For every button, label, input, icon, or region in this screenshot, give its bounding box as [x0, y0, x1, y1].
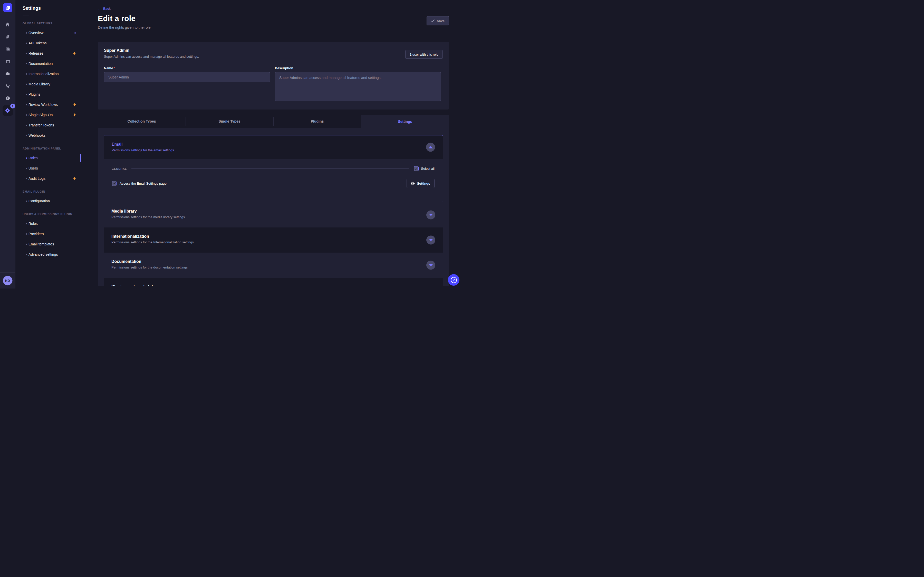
bullet-icon	[26, 254, 27, 255]
sidebar-item-plugins[interactable]: Plugins	[15, 89, 81, 100]
help-button[interactable]: ?	[448, 274, 459, 286]
accordion-subtitle: Permissions settings for the Internation…	[111, 240, 443, 244]
tab-collection-types[interactable]: Collection Types	[98, 114, 186, 128]
internationalization-accordion[interactable]: Internationalization Permissions setting…	[104, 227, 443, 253]
email-settings-button[interactable]: Settings	[407, 179, 435, 188]
accordion-title: Documentation	[111, 259, 443, 264]
general-section-label: GENERAL	[111, 167, 127, 170]
main-content: ← Back Edit a role Define the rights giv…	[81, 0, 462, 288]
user-avatar[interactable]: KD	[3, 276, 12, 285]
accordion-subtitle: Permissions settings for the documentati…	[111, 266, 443, 269]
sidebar-item-api-tokens[interactable]: API Tokens	[15, 38, 81, 48]
nav-content-type-builder-button[interactable]	[3, 56, 13, 66]
sidebar-item-webhooks[interactable]: Webhooks	[15, 130, 81, 140]
documentation-accordion[interactable]: Documentation Permissions settings for t…	[104, 253, 443, 278]
sidebar-item-roles[interactable]: Roles	[15, 153, 81, 163]
permission-checkbox[interactable]	[111, 181, 116, 186]
nav-info-button[interactable]	[3, 93, 13, 103]
expand-button[interactable]	[426, 236, 435, 245]
sidebar-item-label: Roles	[29, 222, 77, 226]
lightning-icon	[73, 103, 76, 107]
name-input[interactable]	[104, 72, 270, 82]
active-item-indicator	[80, 154, 81, 162]
chevron-down-icon	[429, 239, 433, 241]
sidebar-item-releases[interactable]: Releases	[15, 48, 81, 58]
sidebar-item-media-library[interactable]: Media Library	[15, 79, 81, 89]
settings-gear-icon	[5, 108, 10, 113]
select-all-checkbox[interactable]	[414, 166, 418, 171]
email-accordion-body: GENERAL Select all	[104, 159, 443, 202]
sidebar-item-configuration[interactable]: Configuration	[15, 196, 81, 206]
sidebar-item-up-roles[interactable]: Roles	[15, 219, 81, 229]
users-with-role-button[interactable]: 1 user with this role	[405, 50, 443, 59]
bullet-icon	[26, 73, 27, 75]
expand-button[interactable]	[426, 211, 435, 219]
sidebar-item-internationalization[interactable]: Internationalization	[15, 69, 81, 79]
settings-subnav: Settings GLOBAL SETTINGS Overview API To…	[15, 0, 81, 288]
accordion-title: Internationalization	[111, 234, 443, 239]
gear-icon	[411, 182, 415, 185]
role-card: Super Admin Super Admins can access and …	[98, 42, 449, 110]
save-button[interactable]: Save	[426, 16, 449, 26]
help-question-icon: ?	[451, 277, 457, 283]
name-label: Name*	[104, 66, 270, 70]
sidebar-item-providers[interactable]: Providers	[15, 229, 81, 239]
sidebar-item-transfer-tokens[interactable]: Transfer Tokens	[15, 120, 81, 130]
sidebar-item-advanced-settings[interactable]: Advanced settings	[15, 249, 81, 259]
nav-settings-button[interactable]: 1	[3, 105, 13, 116]
sidebar-item-users[interactable]: Users	[15, 163, 81, 173]
bullet-icon	[26, 53, 27, 54]
back-arrow-icon: ←	[98, 6, 101, 11]
sidebar-item-review-workflows[interactable]: Review Workflows	[15, 100, 81, 110]
email-subtitle: Permissions settings for the email setti…	[111, 148, 443, 152]
tab-plugins[interactable]: Plugins	[273, 114, 361, 128]
lightning-icon	[73, 113, 76, 117]
email-settings-button-label: Settings	[417, 182, 430, 185]
select-all-control[interactable]: Select all	[414, 166, 435, 171]
sidebar-item-label: Internationalization	[29, 72, 77, 76]
media-library-accordion[interactable]: Media library Permissions settings for t…	[104, 202, 443, 227]
strapi-logo[interactable]	[3, 3, 12, 12]
sidebar-item-label: Configuration	[29, 199, 77, 203]
plugins-marketplace-accordion[interactable]: Plugins and marketplace	[104, 278, 443, 286]
section-global-settings: GLOBAL SETTINGS	[15, 19, 81, 28]
nav-deploy-button[interactable]	[3, 68, 13, 79]
save-label: Save	[437, 19, 444, 23]
sidebar-item-documentation[interactable]: Documentation	[15, 58, 81, 69]
tab-single-types[interactable]: Single Types	[186, 114, 273, 128]
sidebar-item-single-sign-on[interactable]: Single Sign-On	[15, 110, 81, 120]
strapi-logo-icon	[5, 5, 11, 11]
email-settings-permission[interactable]: Access the Email Settings page	[111, 181, 166, 186]
bullet-icon	[26, 135, 27, 136]
sidebar-item-audit-logs[interactable]: Audit Logs	[15, 173, 81, 184]
sidebar-item-label: Review Workflows	[29, 103, 73, 107]
lightning-icon	[73, 177, 76, 181]
sidebar-item-label: Overview	[29, 31, 74, 35]
nav-home-button[interactable]	[3, 19, 13, 29]
sidebar-item-overview[interactable]: Overview	[15, 28, 81, 38]
sidebar-item-label: Webhooks	[29, 133, 77, 137]
collapse-button[interactable]	[426, 143, 435, 152]
sidebar-item-label: Plugins	[29, 92, 77, 97]
description-textarea[interactable]: Super Admins can access and manage all f…	[275, 72, 441, 101]
sidebar-item-label: Providers	[29, 232, 77, 236]
bullet-icon	[26, 94, 27, 95]
role-name-heading: Super Admin	[104, 48, 443, 53]
back-link[interactable]: ← Back	[98, 6, 111, 11]
nav-marketplace-button[interactable]	[3, 81, 13, 91]
rail-divider	[0, 16, 15, 16]
email-accordion-header[interactable]: Email Permissions settings for the email…	[104, 135, 443, 159]
bullet-icon	[26, 84, 27, 85]
nav-media-library-button[interactable]	[3, 44, 13, 54]
accordion-title: Plugins and marketplace	[111, 284, 443, 286]
nav-content-manager-button[interactable]	[3, 32, 13, 42]
sidebar-item-label: Transfer Tokens	[29, 123, 77, 127]
home-icon	[5, 22, 10, 27]
sidebar-item-label: API Tokens	[29, 41, 77, 45]
expand-button[interactable]	[426, 261, 435, 270]
sidebar-item-email-templates[interactable]: Email templates	[15, 239, 81, 249]
tab-settings[interactable]: Settings	[361, 114, 449, 128]
marketplace-cart-icon	[5, 84, 10, 89]
deploy-cloud-icon	[5, 71, 10, 76]
info-icon	[5, 96, 11, 100]
